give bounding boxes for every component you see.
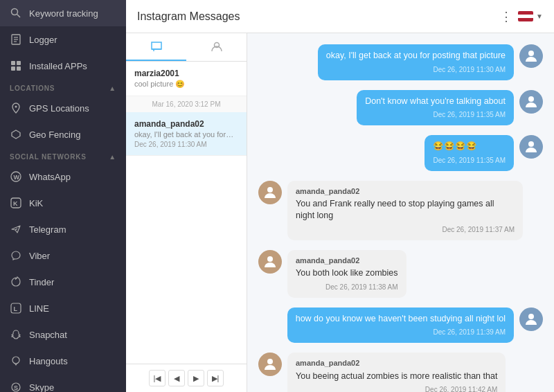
sidebar-item-viber[interactable]: Viber [0, 242, 126, 269]
avatar [519, 135, 543, 159]
sidebar-item-keyword-tracking[interactable]: Keyword tracking [0, 0, 126, 26]
whatsapp-icon: W [10, 170, 22, 183]
sidebar-item-gps-locations[interactable]: GPS Locations [0, 95, 126, 121]
avatar [519, 308, 543, 331]
pagination-prev[interactable]: ◀ [168, 370, 185, 386]
message-text: You and Frank really need to stop playin… [296, 198, 515, 222]
message-text: Don't know what you're talking about [365, 96, 506, 108]
pagination-first[interactable]: |◀ [149, 370, 166, 386]
svg-point-29 [528, 96, 534, 102]
pagination-last[interactable]: ▶| [207, 370, 224, 386]
topbar: Instagram Messages ⋮ ▼ [126, 0, 554, 33]
svg-point-34 [267, 359, 273, 364]
message-sender: amanda_panda02 [296, 358, 497, 368]
avatar [519, 44, 543, 68]
svg-point-10 [15, 106, 17, 108]
more-options-button[interactable]: ⋮ [500, 9, 512, 24]
sidebar-item-whatsapp[interactable]: W WhatsApp [0, 163, 126, 190]
pagination-next[interactable]: ▶ [188, 370, 204, 386]
tinder-icon [10, 276, 22, 288]
chat-area: okay, I'll get back at you for posting t… [247, 33, 554, 392]
message-sender: amanda_panda02 [296, 256, 398, 266]
svg-text:W: W [14, 174, 20, 181]
message-row: okay, I'll get back at you for posting t… [258, 44, 543, 80]
conv-item-name: marzia2001 [134, 69, 238, 78]
skype-icon: S [10, 381, 22, 392]
message-bubble: amanda_panda02 You beeing actual zombies… [287, 353, 506, 392]
conversation-pagination: |◀ ◀ ▶ ▶| [126, 364, 247, 392]
viber-icon [10, 249, 22, 262]
conv-item-preview: cool picture 😊 [134, 80, 235, 89]
message-row: amanda_panda02 You both look like zombie… [258, 250, 543, 298]
sidebar: Keyword tracking Logger Installed APPs L… [0, 0, 126, 392]
message-bubble: 😂😂😂😂 Dec 26, 2019 11:35 AM [425, 135, 514, 171]
sidebar-label-gps-locations: GPS Locations [29, 103, 89, 114]
social-networks-chevron: ▲ [109, 153, 116, 161]
conversation-item-marzia2001[interactable]: marzia2001 cool picture 😊 [126, 62, 247, 96]
flag-icon [518, 11, 533, 21]
sidebar-label-viber: Viber [29, 251, 50, 261]
message-bubble: how do you know we haven't been studying… [287, 308, 514, 344]
section-label-locations: LOCATIONS [10, 84, 55, 92]
section-header-locations[interactable]: LOCATIONS ▲ [0, 79, 126, 95]
conv-item-date-amanda: Dec 26, 2019 11:30 AM [134, 141, 238, 148]
conv-date-divider: Mar 16, 2020 3:12 PM [126, 96, 247, 112]
page-title: Instagram Messages [137, 10, 240, 23]
svg-point-31 [267, 187, 273, 193]
sidebar-item-kik[interactable]: K KiK [0, 190, 126, 216]
sidebar-item-logger[interactable]: Logger [0, 26, 126, 53]
message-sender: amanda_panda02 [296, 186, 515, 197]
message-row: 😂😂😂😂 Dec 26, 2019 11:35 AM [258, 135, 543, 171]
svg-point-28 [528, 51, 534, 56]
avatar [258, 181, 282, 204]
locations-chevron: ▲ [109, 84, 116, 92]
avatar [519, 90, 543, 114]
geo-fencing-icon [10, 128, 22, 141]
message-text: okay, I'll get back at you for posting t… [326, 50, 506, 62]
section-label-social-networks: SOCIAL NETWORKS [10, 153, 87, 161]
sidebar-item-geo-fencing[interactable]: Geo Fencing [0, 121, 126, 148]
message-time: Dec 26, 2019 11:35 AM [433, 156, 506, 166]
message-text: 😂😂😂😂 [433, 141, 506, 153]
sidebar-label-skype: Skype [29, 382, 54, 393]
sidebar-item-tinder[interactable]: Tinder [0, 269, 126, 295]
sidebar-item-snapchat[interactable]: Snapchat [0, 321, 126, 348]
svg-text:K: K [13, 200, 18, 207]
tab-contacts[interactable] [186, 33, 247, 61]
gps-locations-icon [10, 102, 22, 114]
sidebar-item-line[interactable]: L LINE [0, 295, 126, 321]
message-time: Dec 26, 2019 11:35 AM [365, 110, 506, 120]
sidebar-label-geo-fencing: Geo Fencing [29, 130, 80, 140]
sidebar-item-installed-apps[interactable]: Installed APPs [0, 53, 126, 79]
message-text: You both look like zombies [296, 267, 398, 280]
section-header-social-networks[interactable]: SOCIAL NETWORKS ▲ [0, 148, 126, 163]
sidebar-label-snapchat: Snapchat [29, 330, 67, 340]
svg-line-1 [17, 15, 21, 18]
main-content: Instagram Messages ⋮ ▼ marzia2001 [126, 0, 554, 392]
message-text: how do you know we haven't been studying… [296, 313, 506, 326]
message-text: You beeing actual zombies is more realis… [296, 371, 497, 383]
installed-apps-icon [10, 60, 22, 72]
conversation-item-amanda[interactable]: amanda_panda02 okay, I'll get back at yo… [126, 112, 247, 156]
tab-messages[interactable] [126, 33, 186, 61]
sidebar-item-skype[interactable]: S Skype [0, 374, 126, 392]
svg-line-16 [15, 229, 17, 230]
svg-point-19 [12, 357, 19, 364]
sidebar-item-telegram[interactable]: Telegram [0, 216, 126, 242]
conv-item-name-amanda: amanda_panda02 [134, 119, 238, 129]
message-time: Dec 26, 2019 11:39 AM [296, 328, 506, 337]
message-row: Don't know what you're talking about Dec… [258, 90, 543, 126]
message-bubble: amanda_panda02 You and Frank really need… [287, 181, 523, 240]
svg-rect-9 [17, 66, 21, 71]
message-bubble: Don't know what you're talking about Dec… [357, 90, 514, 126]
sidebar-label-logger: Logger [29, 35, 57, 45]
line-icon: L [10, 302, 22, 314]
language-selector[interactable]: ▼ [518, 11, 543, 21]
sidebar-label-installed-apps: Installed APPs [29, 61, 87, 71]
svg-rect-7 [17, 61, 21, 65]
hangouts-icon [10, 355, 22, 367]
sidebar-item-hangouts[interactable]: Hangouts [0, 348, 126, 374]
keyword-tracking-icon [10, 7, 22, 19]
conversation-panel: marzia2001 cool picture 😊 Mar 16, 2020 3… [126, 33, 247, 392]
conversation-tabs [126, 33, 247, 62]
